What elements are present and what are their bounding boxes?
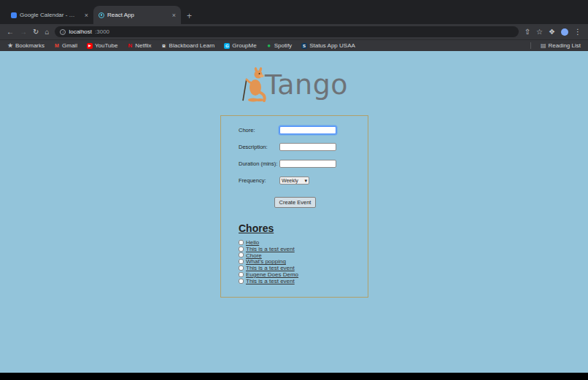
bookmark-blackboard[interactable]: B Blackboard Learn [161,42,215,49]
netflix-icon: N [127,43,133,49]
browser-window: Google Calendar - Week of M × React App … [0,0,588,373]
chore-link[interactable]: This is a test event [246,278,295,284]
description-label: Description: [239,144,279,150]
chore-link[interactable]: What's popping [246,258,286,265]
frequency-label: Frequency: [239,177,279,184]
tab-google-calendar[interactable]: Google Calendar - Week of M × [6,6,93,24]
tab-react-app[interactable]: React App × [93,6,181,24]
chore-list-item: Chore [239,252,368,259]
bookmark-status-app-usaa[interactable]: S Status App USAA [301,42,355,49]
duration-input[interactable] [279,160,336,168]
bookmarks-bar: ★ Bookmarks M Gmail ▶ YouTube N Netflix … [0,39,588,51]
bookmark-label: YouTube [95,42,117,49]
chore-list-item: This is a test event [239,265,368,271]
tab-close-icon[interactable]: × [85,12,88,19]
chore-link[interactable]: This is a test event [246,246,295,252]
chore-checkbox[interactable] [239,240,244,245]
chore-form: Chore: Description: Duration (mins): Fre… [220,115,368,298]
chore-field-row: Chore: [239,125,368,135]
chore-checkbox[interactable] [239,265,244,271]
site-info-icon[interactable]: i [60,29,66,35]
chore-checkbox[interactable] [239,252,244,257]
bookmark-label: Gmail [62,42,77,49]
gmail-icon: M [54,43,60,49]
bookmark-label: Netflix [135,42,151,49]
bookmark-label: Spotify [274,42,292,49]
chore-link[interactable]: Hello [246,239,259,246]
logo-text: Tango [265,69,348,101]
chore-list-item: What's popping [239,258,368,265]
tango-logo: Tango [0,67,588,102]
chore-link[interactable]: This is a test event [246,265,295,271]
frequency-selected-value: Weekly [282,178,298,183]
chevron-down-icon: ▾ [304,178,307,184]
chore-link[interactable]: Eugene Does Demo [246,271,298,278]
bookmarks-folder-icon: ★ [7,43,13,49]
react-favicon [98,12,104,18]
bookmark-label: Status App USAA [309,42,355,49]
duration-label: Duration (mins): [239,160,279,167]
address-bar[interactable]: i localhost:3000 [55,26,518,37]
profile-avatar[interactable] [561,28,568,36]
extensions-icon[interactable]: ❖ [549,28,555,36]
tango-mascot-icon [240,67,268,102]
bookmark-spotify[interactable]: ● Spotify [266,42,292,49]
chore-input[interactable] [279,126,336,134]
groupme-icon: G [224,43,230,49]
chore-label: Chore: [239,127,279,133]
usaa-icon: S [301,43,307,49]
reading-list-label: Reading List [549,42,581,49]
forward-button[interactable]: → [20,28,27,36]
chore-list-item: Eugene Does Demo [239,271,368,278]
bookmarks-bar-divider [530,42,531,49]
browser-menu-icon[interactable]: ⋮ [574,28,581,36]
tab-strip: Google Calendar - Week of M × React App … [0,0,588,24]
description-field-row: Description: [239,142,368,152]
tab-close-icon[interactable]: × [172,12,176,19]
spotify-icon: ● [266,43,272,49]
chore-list-item: This is a test event [239,278,368,284]
chore-list-item: This is a test event [239,246,368,252]
frequency-field-row: Frequency: Weekly ▾ [239,176,368,185]
chore-list-item: Hello [239,239,368,246]
frequency-select[interactable]: Weekly ▾ [279,177,309,185]
chores-heading: Chores [239,222,368,234]
tab-title: React App [107,12,134,18]
bookmark-netflix[interactable]: N Netflix [127,42,151,49]
bookmark-groupme[interactable]: G GroupMe [224,42,256,49]
home-button[interactable]: ⌂ [45,28,49,36]
bookmark-label: Blackboard Learn [169,42,215,49]
chore-checkbox[interactable] [239,259,244,264]
youtube-icon: ▶ [87,43,93,49]
chore-checkbox[interactable] [239,272,244,277]
google-calendar-favicon [11,12,17,18]
url-port: :3000 [95,28,109,35]
bookmark-label: GroupMe [232,42,256,49]
bookmark-label: Bookmarks [15,42,45,49]
blackboard-icon: B [161,43,167,49]
description-input[interactable] [279,143,336,151]
page-react-app: Tango Chore: Description: Duration (mins… [0,51,588,373]
back-button[interactable]: ← [7,28,14,36]
bookmark-star-icon[interactable]: ☆ [536,28,543,36]
new-tab-button[interactable]: + [187,12,192,20]
create-event-button[interactable]: Create Event [274,197,317,208]
bookmark-youtube[interactable]: ▶ YouTube [87,42,117,49]
chore-link[interactable]: Chore [246,252,262,259]
share-icon[interactable]: ⇧ [525,28,530,36]
bookmark-gmail[interactable]: M Gmail [54,42,77,49]
chore-checkbox[interactable] [239,279,244,284]
browser-toolbar: ← → ↻ ⌂ i localhost:3000 ⇧ ☆ ❖ ⋮ [0,24,588,39]
url-host: localhost [69,28,92,35]
reading-list-icon: ▤ [541,42,546,49]
duration-field-row: Duration (mins): [239,159,368,168]
bookmark-bookmarks[interactable]: ★ Bookmarks [7,42,45,49]
reload-button[interactable]: ↻ [33,28,39,36]
tab-title: Google Calendar - Week of M [20,12,80,18]
chore-checkbox[interactable] [239,247,244,252]
reading-list-button[interactable]: ▤ Reading List [541,42,581,49]
chore-list: Hello This is a test event Chore What's … [239,239,368,284]
